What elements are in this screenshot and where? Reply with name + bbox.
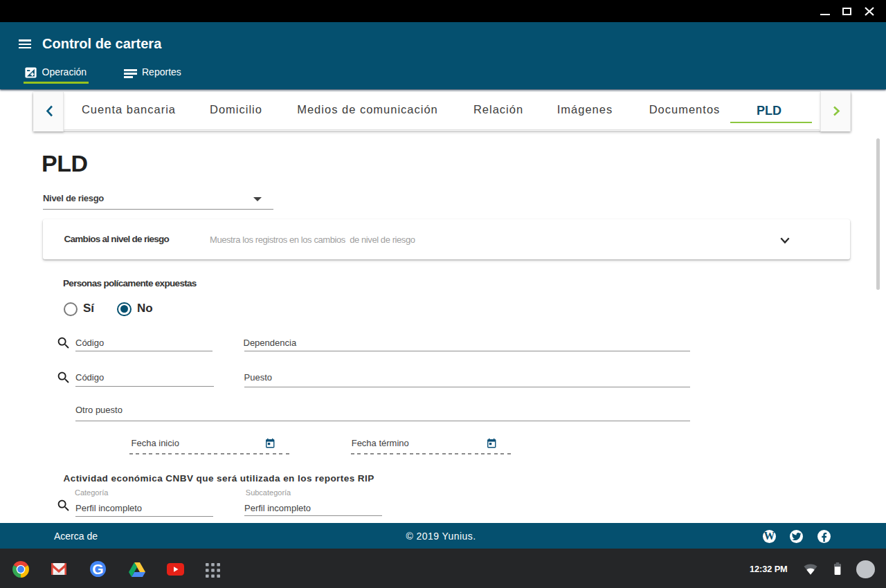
svg-text:W: W <box>763 530 775 542</box>
svg-text:G: G <box>92 561 103 577</box>
